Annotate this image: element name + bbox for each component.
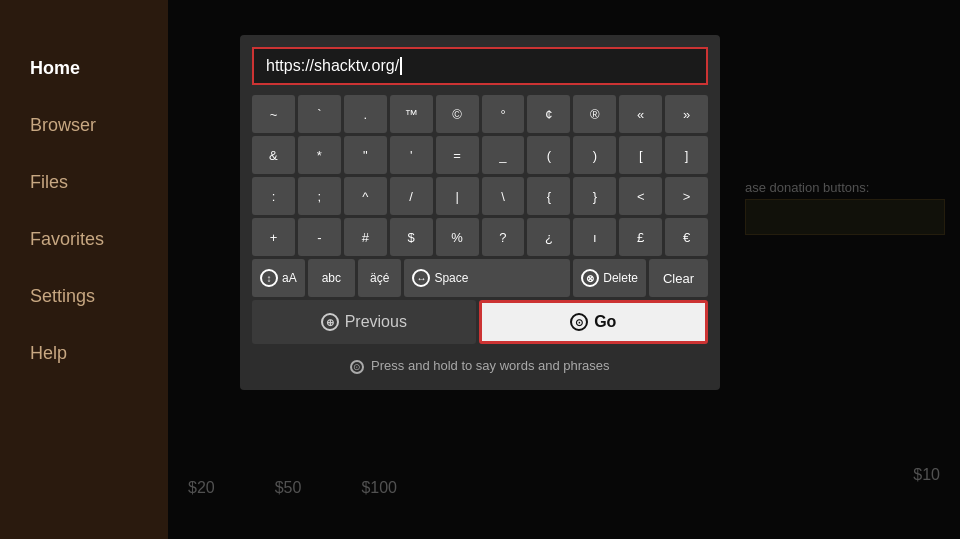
keyboard-rows: ~ ` . ™ © ° ¢ ® « » & * " ' = _ ( ) [ ] …: [252, 95, 708, 256]
mode-circle-icon: ↕: [260, 269, 278, 287]
go-button[interactable]: ⊙ Go: [479, 300, 709, 344]
action-row: ⊕ Previous ⊙ Go: [252, 300, 708, 344]
key-invquestion[interactable]: ¿: [527, 218, 570, 256]
key-accented[interactable]: äçé: [358, 259, 401, 297]
key-pipe[interactable]: |: [436, 177, 479, 215]
sidebar-item-files[interactable]: Files: [0, 154, 168, 211]
space-circle-icon: ↔: [412, 269, 430, 287]
key-row-3: : ; ^ / | \ { } < >: [252, 177, 708, 215]
previous-icon: ⊕: [321, 313, 339, 331]
key-delete[interactable]: ⊗ Delete: [573, 259, 646, 297]
go-icon: ⊙: [570, 313, 588, 331]
key-rparen[interactable]: ): [573, 136, 616, 174]
previous-button[interactable]: ⊕ Previous: [252, 300, 476, 344]
key-percent[interactable]: %: [436, 218, 479, 256]
key-degree[interactable]: °: [482, 95, 525, 133]
key-cent[interactable]: ¢: [527, 95, 570, 133]
sidebar-item-help[interactable]: Help: [0, 325, 168, 382]
key-squote[interactable]: ': [390, 136, 433, 174]
special-keys-row: ↕ aA abc äçé ↔ Space ⊗ Delete Clear: [252, 259, 708, 297]
text-cursor: [400, 57, 402, 75]
key-hash[interactable]: #: [344, 218, 387, 256]
hint-icon: ⊙: [350, 360, 364, 374]
key-period[interactable]: .: [344, 95, 387, 133]
key-pound[interactable]: £: [619, 218, 662, 256]
key-row-2: & * " ' = _ ( ) [ ]: [252, 136, 708, 174]
key-tilde[interactable]: ~: [252, 95, 295, 133]
key-lt[interactable]: <: [619, 177, 662, 215]
key-rbracket[interactable]: ]: [665, 136, 708, 174]
key-lbrace[interactable]: {: [527, 177, 570, 215]
sidebar-item-home[interactable]: Home: [0, 40, 168, 97]
key-abc[interactable]: abc: [308, 259, 355, 297]
key-asterisk[interactable]: *: [298, 136, 341, 174]
key-rbrace[interactable]: }: [573, 177, 616, 215]
key-registered[interactable]: ®: [573, 95, 616, 133]
key-laquo[interactable]: «: [619, 95, 662, 133]
key-ampersand[interactable]: &: [252, 136, 295, 174]
key-backslash[interactable]: \: [482, 177, 525, 215]
key-caret[interactable]: ^: [344, 177, 387, 215]
key-colon[interactable]: :: [252, 177, 295, 215]
key-dotless-i[interactable]: ı: [573, 218, 616, 256]
sidebar: Home Browser Files Favorites Settings He…: [0, 0, 168, 539]
key-raquo[interactable]: »: [665, 95, 708, 133]
key-mode-toggle[interactable]: ↕ aA: [252, 259, 305, 297]
sidebar-item-browser[interactable]: Browser: [0, 97, 168, 154]
key-lparen[interactable]: (: [527, 136, 570, 174]
key-lbracket[interactable]: [: [619, 136, 662, 174]
key-equals[interactable]: =: [436, 136, 479, 174]
url-input-container[interactable]: https://shacktv.org/: [252, 47, 708, 85]
key-euro[interactable]: €: [665, 218, 708, 256]
key-question[interactable]: ?: [482, 218, 525, 256]
key-dollar[interactable]: $: [390, 218, 433, 256]
key-gt[interactable]: >: [665, 177, 708, 215]
keyboard-dialog: https://shacktv.org/ ~ ` . ™ © ° ¢ ® « »…: [240, 35, 720, 390]
hint-text: ⊙ Press and hold to say words and phrase…: [252, 354, 708, 378]
key-row-4: + - # $ % ? ¿ ı £ €: [252, 218, 708, 256]
sidebar-item-settings[interactable]: Settings: [0, 268, 168, 325]
key-copyright[interactable]: ©: [436, 95, 479, 133]
key-plus[interactable]: +: [252, 218, 295, 256]
key-tm[interactable]: ™: [390, 95, 433, 133]
url-display: https://shacktv.org/: [266, 57, 694, 75]
key-underscore[interactable]: _: [482, 136, 525, 174]
key-row-1: ~ ` . ™ © ° ¢ ® « »: [252, 95, 708, 133]
key-clear[interactable]: Clear: [649, 259, 708, 297]
key-minus[interactable]: -: [298, 218, 341, 256]
key-slash[interactable]: /: [390, 177, 433, 215]
key-space[interactable]: ↔ Space: [404, 259, 570, 297]
key-backtick[interactable]: `: [298, 95, 341, 133]
key-dquote[interactable]: ": [344, 136, 387, 174]
key-semicolon[interactable]: ;: [298, 177, 341, 215]
sidebar-item-favorites[interactable]: Favorites: [0, 211, 168, 268]
delete-circle-icon: ⊗: [581, 269, 599, 287]
